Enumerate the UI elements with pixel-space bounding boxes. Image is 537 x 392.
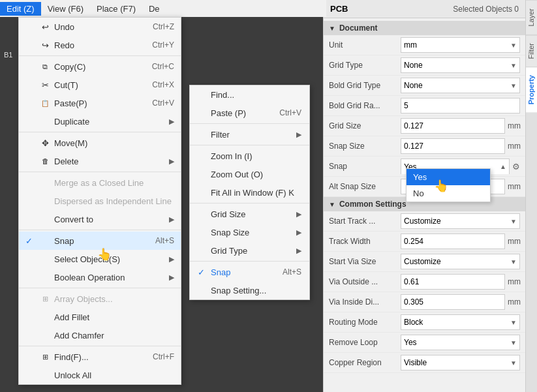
viaoutside-value: mm [401,274,523,290]
snap-settings-icon[interactable]: ⚙ [512,162,520,172]
edit-fillet[interactable]: Add Fillet [19,308,181,326]
ctx-gridsize-arrow: ▶ [296,210,301,219]
tab-property[interactable]: Property [526,67,537,112]
trackwidth-unit: mm [508,237,523,246]
delete-icon: 🗑 [38,157,52,165]
edit-snap[interactable]: ✓ Snap Alt+S [19,232,181,250]
edit-merge-closed[interactable]: Merge as a Closed Line [19,173,181,192]
ctx-find[interactable]: Find... [190,85,309,104]
snap-dropdown: Yes No [406,168,491,202]
copperregion-select[interactable]: Visible ▼ [401,355,520,370]
ctx-fitall[interactable]: Fit All in Window (F) K [190,183,309,202]
boldgridra-input[interactable] [401,98,520,113]
sep3 [19,172,181,172]
removeloop-select-arrow: ▼ [510,339,517,346]
edit-cut[interactable]: ✂ Cut(T) Ctrl+X [19,76,181,94]
snapsize-input[interactable] [401,138,505,154]
edit-dispersed[interactable]: Dispersed as Independent Line [19,192,181,210]
boldgridtype-value: None ▼ [401,78,520,93]
ctx-gridsize[interactable]: Grid Size ▶ [190,205,309,223]
undo-icon: ↩ [38,22,52,32]
section-document[interactable]: ▼ Document [324,21,525,35]
prop-startviasize-row: Start Via Size Customize ▼ [324,252,525,272]
snap-yes-option[interactable]: Yes [407,169,490,185]
boldgridra-label: Bold Grid Ra... [329,101,401,110]
side-tabs: Layer Filter Property [525,0,537,392]
ctx-snap[interactable]: ✓ Snap Alt+S [190,263,309,281]
convert-arrow: ▶ [169,215,174,224]
boldgridtype-select[interactable]: None ▼ [401,78,520,93]
snapsize-unit: mm [508,142,523,151]
viaoutside-input[interactable] [401,274,505,290]
select-arrow: ▶ [169,255,174,264]
gridsize-input[interactable] [401,118,505,134]
edit-duplicate[interactable]: Duplicate ▶ [19,112,181,130]
snap-select-arrow: ▲ [500,163,506,170]
ctx-snapsize[interactable]: Snap Size ▶ [190,223,309,241]
move-label: Move(M) [54,138,174,148]
routingmode-value: Block ▼ [401,314,520,330]
unit-select[interactable]: mm ▼ [401,37,520,53]
trackwidth-input[interactable] [401,234,505,249]
removeloop-select[interactable]: Yes ▼ [401,335,520,350]
boolean-arrow: ▶ [169,273,174,282]
startviasize-select[interactable]: Customize ▼ [401,254,520,269]
edit-convert[interactable]: Convert to ▶ [19,210,181,228]
gridtype-select-value: None [404,61,423,70]
prop-boldgridra-row: Bold Grid Ra... [324,96,525,116]
edit-delete[interactable]: 🗑 Delete ▶ [19,152,181,170]
tab-filter[interactable]: Filter [526,35,537,67]
copperregion-select-value: Visible [404,358,427,367]
unit-label: Unit [329,40,401,50]
startviasize-label: Start Via Size [329,257,401,266]
edit-undo[interactable]: ↩ Undo Ctrl+Z [19,18,181,36]
altsnapsize-unit: mm [508,182,523,191]
menu-place[interactable]: Place (F7) [90,2,142,16]
array-label: Array Objects... [54,294,174,304]
undo-shortcut: Ctrl+Z [153,22,174,31]
edit-boolean[interactable]: Boolean Operation ▶ [19,268,181,286]
snap-check-icon: ✓ [25,236,36,246]
ctx-snapsetting[interactable]: Snap Setting... [190,281,309,299]
ctx-sep3 [190,203,309,204]
snap-shortcut: Alt+S [155,236,174,245]
move-icon: ✥ [38,138,52,148]
edit-select-objects[interactable]: Select Objects(S) ▶ 👆 [19,250,181,268]
ctx-gridtype[interactable]: Grid Type ▶ [190,241,309,260]
chamfer-label: Add Chamfer [54,331,174,340]
edit-redo[interactable]: ↪ Redo Ctrl+Y [19,36,181,54]
prop-boldgridtype-row: Bold Grid Type None ▼ [324,76,525,96]
startviasize-select-value: Customize [404,257,441,266]
starttrack-select[interactable]: Customize ▼ [401,213,520,229]
edit-move[interactable]: ✥ Move(M) [19,134,181,152]
prop-removeloop-row: Remove Loop Yes ▼ [324,333,525,353]
routingmode-select[interactable]: Block ▼ [401,314,520,330]
menu-edit[interactable]: Edit (Z) [0,2,41,16]
gridtype-select[interactable]: None ▼ [401,57,520,73]
dispersed-label: Dispersed as Independent Line [54,196,174,206]
edit-unlock-all[interactable]: Unlock All [19,366,181,384]
ctx-paste[interactable]: Paste (P) Ctrl+V [190,104,309,122]
snap-no-option[interactable]: No [407,185,490,202]
menu-de[interactable]: De [142,2,166,16]
edit-chamfer[interactable]: Add Chamfer [19,326,181,344]
ctx-zoomin[interactable]: Zoom In (I) [190,147,309,165]
edit-copy[interactable]: ⧉ Copy(C) Ctrl+C [19,57,181,76]
copperregion-value: Visible ▼ [401,355,520,370]
redo-label: Redo [54,40,146,50]
ctx-filter[interactable]: Filter ▶ [190,125,309,143]
ctx-zoomout[interactable]: Zoom Out (O) [190,165,309,183]
prop-gridtype-row: Grid Type None ▼ [324,55,525,76]
redo-icon: ↪ [38,40,52,50]
menu-view[interactable]: View (F6) [41,2,90,16]
edit-paste[interactable]: 📋 Paste(P) Ctrl+V [19,94,181,112]
routingmode-select-arrow: ▼ [510,319,517,326]
prop-trackwidth-row: Track Width mm [324,232,525,252]
redo-shortcut: Ctrl+Y [152,40,174,50]
tab-layer[interactable]: Layer [526,0,537,35]
edit-find[interactable]: ⊞ Find(F)... Ctrl+F [19,348,181,366]
edit-array[interactable]: ⊞ Array Objects... [19,290,181,308]
prop-routingmode-row: Routing Mode Block ▼ [324,312,525,333]
b1-label: B1 [4,51,12,59]
viainsidedi-input[interactable] [401,294,505,310]
